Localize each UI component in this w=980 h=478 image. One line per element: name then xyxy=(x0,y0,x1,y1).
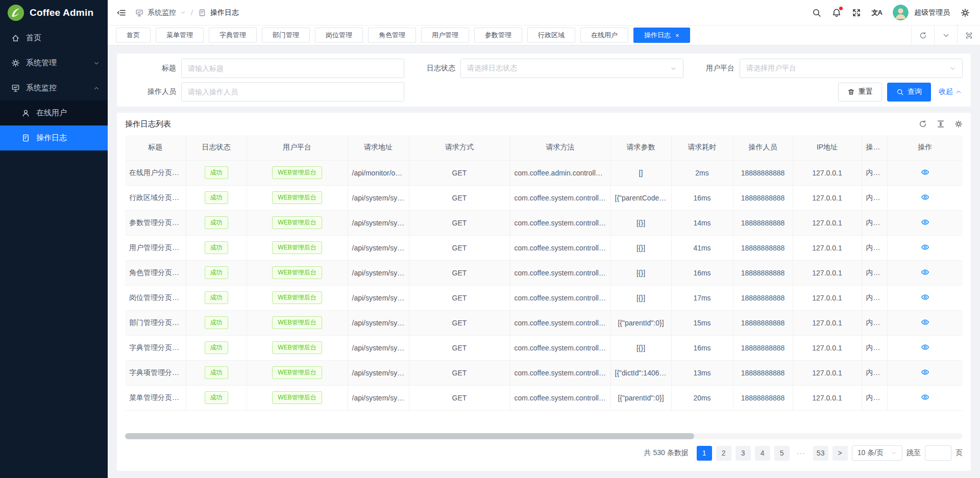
status-badge: 成功 xyxy=(205,241,228,254)
table-row: 菜单管理分页查询 成功 WEB管理后台 /api/system/sysMenu/… xyxy=(125,385,963,410)
column-header: 标题 xyxy=(125,135,186,160)
cell-ip: 127.0.0.1 xyxy=(793,260,862,285)
page-button[interactable]: ··· xyxy=(794,446,809,461)
page-button[interactable]: 53 xyxy=(813,446,828,461)
breadcrumb-current: 操作日志 xyxy=(198,8,239,17)
settings-gear-icon[interactable] xyxy=(961,8,970,17)
page-tab[interactable]: 字典管理 × xyxy=(209,28,257,43)
platform-badge: WEB管理后台 xyxy=(272,191,322,204)
trash-icon xyxy=(847,88,855,96)
refresh-icon[interactable] xyxy=(919,120,927,128)
page-tab[interactable]: 操作日志 × xyxy=(633,28,690,43)
page-button[interactable]: 1 xyxy=(697,446,712,461)
view-detail-button[interactable] xyxy=(921,243,929,251)
tabs-refresh-button[interactable] xyxy=(911,26,934,45)
page-size-select[interactable]: 10 条/页 xyxy=(852,445,902,461)
notification-button[interactable] xyxy=(832,8,841,17)
tabs-more-button[interactable] xyxy=(934,26,957,45)
sidebar-item-home[interactable]: 首页 xyxy=(0,26,108,51)
page-tab[interactable]: 在线用户 × xyxy=(580,28,628,43)
sidebar-item-monitor[interactable]: 系统监控 xyxy=(0,76,108,100)
cell-title: 在线用户分页查询 xyxy=(125,160,186,185)
page-tab[interactable]: 角色管理 × xyxy=(368,28,416,43)
page-tab[interactable]: 用户管理 × xyxy=(421,28,469,43)
view-detail-button[interactable] xyxy=(921,318,929,326)
translate-icon[interactable]: 文A xyxy=(872,8,882,17)
eye-icon xyxy=(921,318,929,326)
view-detail-button[interactable] xyxy=(921,168,929,177)
page-button[interactable]: 2 xyxy=(716,446,731,461)
page-button[interactable]: 5 xyxy=(774,446,790,461)
cell-duration: 16ms xyxy=(671,335,733,360)
jump-prefix-label: 跳至 xyxy=(906,448,921,458)
reset-button[interactable]: 重置 xyxy=(838,83,882,102)
horizontal-scrollbar-thumb[interactable] xyxy=(125,433,694,439)
page-tab[interactable]: 部门管理 × xyxy=(262,28,310,43)
platform-badge: WEB管理后台 xyxy=(272,366,322,379)
cell-platform: WEB管理后台 xyxy=(247,210,348,235)
view-detail-button[interactable] xyxy=(921,193,929,202)
collapse-filters-link[interactable]: 收起 xyxy=(939,87,962,96)
avatar[interactable] xyxy=(893,5,909,20)
cell-ip: 127.0.0.1 xyxy=(793,310,862,335)
username[interactable]: 超级管理员 xyxy=(914,8,950,17)
cell-params: [{"parentId":0}] xyxy=(610,385,671,410)
table-row: 字典管理分页查询 成功 WEB管理后台 /api/system/sysDict/… xyxy=(125,335,963,360)
column-settings-gear-icon[interactable] xyxy=(954,120,963,128)
tab-label: 菜单管理 xyxy=(166,31,193,40)
table-row: 参数管理分页查询 成功 WEB管理后台 /api/system/sysConfi… xyxy=(125,210,963,235)
status-select[interactable]: 请选择日志状态 xyxy=(460,59,683,78)
cell-request-url: /api/system/sysPost/page xyxy=(348,285,409,310)
cell-location: 内网IP xyxy=(862,360,887,385)
avatar-image xyxy=(893,5,909,20)
sidebar-item-system[interactable]: 系统管理 xyxy=(0,51,108,76)
search-button[interactable]: 查询 xyxy=(887,83,931,102)
view-detail-button[interactable] xyxy=(921,268,929,276)
search-icon[interactable] xyxy=(812,8,821,17)
sidebar-item-operation-log[interactable]: 操作日志 xyxy=(0,125,108,150)
view-detail-button[interactable] xyxy=(921,293,929,301)
page-tab[interactable]: 菜单管理 × xyxy=(156,28,204,43)
page-button[interactable]: 3 xyxy=(736,446,751,461)
sidebar-item-online-users[interactable]: 在线用户 xyxy=(0,100,108,125)
page-tab[interactable]: 参数管理 × xyxy=(474,28,522,43)
cell-title: 部门管理分页查询 xyxy=(125,310,186,335)
page-tab[interactable]: 岗位管理 × xyxy=(315,28,363,43)
view-detail-button[interactable] xyxy=(921,343,929,351)
cell-duration: 17ms xyxy=(671,285,733,310)
page-tab[interactable]: 首页 × xyxy=(116,28,151,43)
view-detail-button[interactable] xyxy=(921,218,929,227)
filter-panel: 标题 日志状态 请选择日志状态 用户平 xyxy=(117,54,971,107)
tab-close-icon[interactable]: × xyxy=(675,32,679,39)
platform-badge: WEB管理后台 xyxy=(272,291,322,304)
table-empty-space xyxy=(125,411,963,434)
tabs-fullscreen-button[interactable] xyxy=(957,26,980,45)
operator-input[interactable] xyxy=(188,83,398,101)
status-badge: 成功 xyxy=(205,391,228,404)
jump-page-input[interactable] xyxy=(925,445,951,461)
tab-label: 在线用户 xyxy=(591,31,618,40)
cell-action xyxy=(887,360,963,385)
fullscreen-icon[interactable] xyxy=(852,8,861,17)
page-button[interactable]: 4 xyxy=(755,446,770,461)
platform-select[interactable]: 请选择用户平台 xyxy=(740,59,963,78)
cell-platform: WEB管理后台 xyxy=(247,385,348,410)
breadcrumb-separator: / xyxy=(191,9,193,17)
view-detail-button[interactable] xyxy=(921,393,929,401)
cell-ip: 127.0.0.1 xyxy=(793,335,862,360)
breadcrumb-parent[interactable]: 系统监控 xyxy=(148,8,176,17)
page-tab[interactable]: 行政区域 × xyxy=(527,28,575,43)
cell-handler: com.coffee.system.controlle... xyxy=(510,260,610,285)
row-height-icon[interactable] xyxy=(937,120,945,128)
cell-title: 参数管理分页查询 xyxy=(125,210,186,235)
page-button[interactable]: > xyxy=(832,446,848,461)
cell-request-url: /api/system/sysDict/page xyxy=(348,335,409,360)
cell-platform: WEB管理后台 xyxy=(247,235,348,260)
view-detail-button[interactable] xyxy=(921,368,929,376)
pagination: 共 530 条数据 1 2 3 4 5 xyxy=(125,439,963,467)
sidebar-collapse-button[interactable] xyxy=(117,8,126,17)
filter-status-label: 日志状态 xyxy=(404,64,455,73)
title-input[interactable] xyxy=(188,59,398,78)
cell-status: 成功 xyxy=(186,185,247,210)
status-badge: 成功 xyxy=(205,366,228,379)
